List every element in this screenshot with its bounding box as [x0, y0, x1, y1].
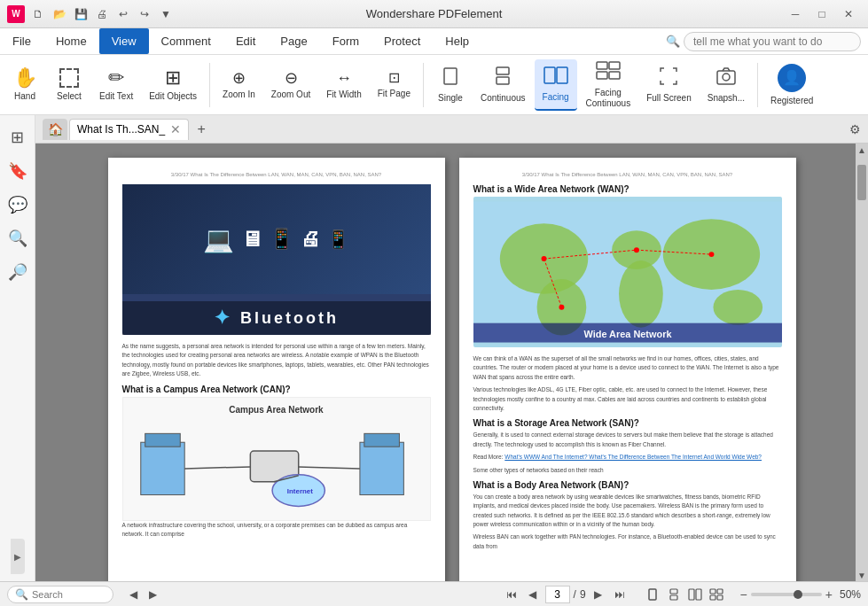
- menu-file[interactable]: File: [0, 28, 43, 54]
- status-bar: 🔍 ◀ ▶ ⏮ ◀ 3 / 9 ▶ ⏭: [0, 581, 868, 606]
- sidebar-search-btn[interactable]: 🔍: [3, 223, 33, 253]
- zoom-minus-btn[interactable]: −: [740, 587, 747, 602]
- tool-snapshot[interactable]: Snapsh...: [700, 59, 752, 111]
- phone-icon: 📱: [270, 228, 293, 251]
- zoom-controls: − + 50%: [740, 587, 861, 602]
- vm-facing-btn[interactable]: [685, 585, 705, 604]
- open-btn[interactable]: 📂: [50, 4, 69, 24]
- status-search[interactable]: 🔍: [7, 586, 113, 603]
- vm-single-btn[interactable]: [643, 585, 662, 604]
- tab-settings-btn[interactable]: ⚙: [849, 122, 861, 136]
- vm-continuous-btn[interactable]: [664, 585, 684, 604]
- tool-continuous[interactable]: Continuous: [473, 59, 533, 111]
- toolbar: ✋ Hand Select ✏ Edit Text ⊞ Edit Objects…: [0, 55, 868, 115]
- tool-edit-text[interactable]: ✏ Edit Text: [92, 59, 140, 111]
- tool-hand[interactable]: ✋ Hand: [4, 59, 46, 111]
- tool-facing[interactable]: Facing: [535, 59, 577, 111]
- current-page-input[interactable]: 3: [545, 586, 570, 603]
- print-btn[interactable]: 🖨: [92, 4, 112, 24]
- maximize-button[interactable]: □: [809, 5, 834, 23]
- tool-edit-objects[interactable]: ⊞ Edit Objects: [142, 59, 204, 111]
- menu-home[interactable]: Home: [43, 28, 99, 54]
- undo-btn[interactable]: ↩: [113, 4, 133, 24]
- menu-edit[interactable]: Edit: [223, 28, 268, 54]
- tool-zoom-out[interactable]: ⊖ Zoom Out: [264, 59, 317, 111]
- svg-rect-44: [710, 595, 716, 600]
- total-pages: 9: [580, 588, 586, 601]
- minimize-button[interactable]: ─: [783, 5, 808, 23]
- zoom-plus-btn[interactable]: +: [825, 587, 833, 602]
- more-btn[interactable]: ▼: [156, 4, 176, 24]
- page2-wan-text2: Various technologies like ADSL, 4G LTE, …: [473, 385, 782, 413]
- zoom-nav-controls: ◀ ▶: [124, 586, 161, 603]
- nav-next-btn[interactable]: ▶: [590, 586, 607, 603]
- status-search-icon: 🔍: [15, 588, 28, 601]
- sidebar-find-btn[interactable]: 🔎: [3, 257, 33, 287]
- wan-map-svg: Wide Area Network: [473, 201, 782, 343]
- tool-facing-continuous[interactable]: Facing Continuous: [579, 59, 638, 111]
- menu-protect[interactable]: Protect: [371, 28, 433, 54]
- nav-first-btn[interactable]: ⏮: [503, 586, 520, 603]
- right-scrollbar[interactable]: ▲ ▼: [856, 144, 868, 581]
- tool-full-screen[interactable]: Full Screen: [639, 59, 699, 111]
- page2-wan-text1: We can think of a WAN as the superset of…: [473, 354, 782, 382]
- edit-objects-icon: ⊞: [165, 68, 181, 88]
- scroll-track[interactable]: [856, 156, 868, 569]
- menu-help[interactable]: Help: [433, 28, 481, 54]
- svg-rect-5: [597, 62, 607, 69]
- page2-some-types: Some other types of networks based on th…: [473, 466, 782, 475]
- menu-view[interactable]: View: [99, 28, 149, 54]
- svg-point-27: [713, 290, 762, 325]
- svg-rect-4: [557, 67, 567, 83]
- scroll-down-btn[interactable]: ▼: [856, 569, 868, 581]
- menu-page[interactable]: Page: [268, 28, 319, 54]
- svg-point-25: [619, 260, 663, 328]
- zoom-slider[interactable]: [751, 593, 822, 596]
- tab-doc1-label: What Is Th...SAN_: [77, 123, 165, 136]
- tab-close-btn[interactable]: ✕: [170, 122, 181, 136]
- bluetooth-image: 💻 🖥 📱 🖨 📱 ✦ Bluetooth: [122, 184, 431, 335]
- zoom-percent: 50%: [840, 588, 861, 601]
- pdf-container[interactable]: 3/30/17 What Is The Difference Between L…: [35, 144, 868, 581]
- tool-select[interactable]: Select: [48, 59, 90, 111]
- sep3: [757, 63, 758, 107]
- zoom-minus-left[interactable]: ◀: [124, 586, 142, 603]
- menu-search[interactable]: 🔍: [666, 28, 861, 54]
- search-input[interactable]: [684, 32, 861, 51]
- nav-prev-btn[interactable]: ◀: [524, 586, 542, 603]
- sidebar-bookmarks-btn[interactable]: 🔖: [3, 156, 33, 186]
- sep2: [423, 63, 424, 107]
- monitor-icon: 🖥: [241, 227, 262, 252]
- status-search-input[interactable]: [32, 589, 103, 600]
- scroll-thumb[interactable]: [857, 165, 866, 200]
- svg-point-10: [723, 74, 730, 81]
- redo-btn[interactable]: ↪: [135, 4, 154, 24]
- registered-user[interactable]: 👤 Registered: [763, 59, 820, 111]
- tool-single[interactable]: Single: [429, 59, 472, 111]
- close-button[interactable]: ✕: [836, 5, 861, 23]
- menu-form[interactable]: Form: [320, 28, 371, 54]
- page2-san-text: Generally, it is used to connect externa…: [473, 431, 782, 449]
- tool-fit-width[interactable]: ↔ Fit Width: [319, 59, 368, 111]
- save-btn[interactable]: 💾: [71, 4, 90, 24]
- vm-facing-cont-btn[interactable]: [707, 585, 726, 604]
- scroll-up-btn[interactable]: ▲: [856, 144, 868, 156]
- tool-fit-page[interactable]: ⊡ Fit Page: [371, 59, 418, 111]
- tool-zoom-in[interactable]: ⊕ Zoom In: [215, 59, 262, 111]
- sidebar-pages-btn[interactable]: ⊞: [3, 122, 33, 152]
- tab-bar: 🏠 What Is Th...SAN_ ✕ + ⚙: [35, 115, 868, 144]
- tab-add-btn[interactable]: +: [191, 119, 212, 140]
- tab-home[interactable]: 🏠: [43, 119, 67, 140]
- new-btn[interactable]: 🗋: [28, 4, 48, 24]
- page1-header: 3/30/17 What Is The Difference Between L…: [122, 172, 431, 177]
- page2-ban-text2: Wireless BAN can work together with PAN …: [473, 532, 782, 551]
- fit-page-icon: ⊡: [388, 71, 400, 85]
- sidebar-comments-btn[interactable]: 💬: [3, 190, 33, 220]
- read-more-link[interactable]: What's WWW And The Internet? What's The …: [504, 454, 762, 460]
- zoom-slider-thumb[interactable]: [794, 590, 802, 599]
- nav-last-btn[interactable]: ⏭: [611, 586, 629, 603]
- menu-comment[interactable]: Comment: [149, 28, 223, 54]
- tab-doc1[interactable]: What Is Th...SAN_ ✕: [69, 119, 189, 140]
- sidebar-expand-btn[interactable]: ▶: [11, 539, 25, 574]
- zoom-plus-right[interactable]: ▶: [144, 586, 161, 603]
